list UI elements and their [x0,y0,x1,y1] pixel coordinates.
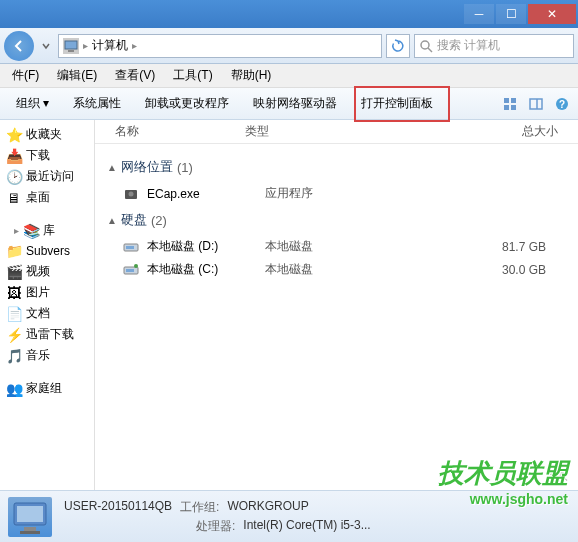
menu-edit[interactable]: 编辑(E) [49,65,105,86]
sidebar-favorites[interactable]: ⭐ 收藏夹 [2,124,92,145]
open-control-panel-button[interactable]: 打开控制面板 [349,91,445,116]
group-label: 网络位置 [121,158,173,176]
uninstall-programs-button[interactable]: 卸载或更改程序 [133,91,241,116]
view-icon [502,96,518,112]
refresh-icon [391,39,405,53]
sidebar-pictures[interactable]: 🖼 图片 [2,282,92,303]
group-hard-disks[interactable]: ▲ 硬盘 (2) [95,205,578,235]
content-area: 名称 类型 总大小 ▲ 网络位置 (1) ECap.exe 应用程序 ▲ 硬盘 … [95,120,578,490]
back-button[interactable] [4,31,34,61]
refresh-button[interactable] [386,34,410,58]
column-size[interactable]: 总大小 [425,123,578,140]
sidebar-libraries[interactable]: ▸ 📚 库 [2,220,92,241]
help-button[interactable]: ? [550,92,574,116]
music-icon: 🎵 [6,348,22,364]
sidebar-videos[interactable]: 🎬 视频 [2,261,92,282]
column-name[interactable]: 名称 [95,123,245,140]
document-icon: 📄 [6,306,22,322]
sidebar-music[interactable]: 🎵 音乐 [2,345,92,366]
cpu-label: 处理器: [196,518,235,535]
svg-rect-21 [24,527,36,531]
sidebar-homegroup[interactable]: 👥 家庭组 [2,378,92,399]
sidebar-label: 音乐 [26,347,50,364]
maximize-button[interactable]: ☐ [496,4,526,24]
pane-icon [528,96,544,112]
exe-icon [123,186,141,202]
svg-rect-8 [530,99,542,109]
group-label: 硬盘 [121,211,147,229]
svg-rect-22 [20,531,40,534]
menu-help[interactable]: 帮助(H) [223,65,280,86]
menu-file[interactable]: 件(F) [4,65,47,86]
sidebar-label: 家庭组 [26,380,62,397]
item-disk-c[interactable]: 本地磁盘 (C:) 本地磁盘 30.0 GB [95,258,578,281]
menu-view[interactable]: 查看(V) [107,65,163,86]
workgroup-label: 工作组: [180,499,219,516]
sidebar-xunlei[interactable]: ⚡ 迅雷下载 [2,324,92,345]
sidebar-label: 文档 [26,305,50,322]
download-icon: 📥 [6,148,22,164]
sidebar-downloads[interactable]: 📥 下载 [2,145,92,166]
toolbar: 组织 ▾ 系统属性 卸载或更改程序 映射网络驱动器 打开控制面板 ? [0,88,578,120]
preview-pane-button[interactable] [524,92,548,116]
close-button[interactable]: ✕ [528,4,576,24]
svg-rect-4 [504,98,509,103]
svg-rect-5 [511,98,516,103]
help-icon: ? [554,96,570,112]
sidebar-recent[interactable]: 🕑 最近访问 [2,166,92,187]
computer-name: USER-20150114QB [64,499,172,516]
main-area: ⭐ 收藏夹 📥 下载 🕑 最近访问 🖥 桌面 ▸ 📚 库 [0,120,578,490]
view-options-button[interactable] [498,92,522,116]
toolbar-right: ? [498,92,574,116]
history-dropdown[interactable] [38,42,54,50]
item-disk-d[interactable]: 本地磁盘 (D:) 本地磁盘 81.7 GB [95,235,578,258]
homegroup-icon: 👥 [6,381,22,397]
svg-rect-7 [511,105,516,110]
item-name: 本地磁盘 (C:) [147,261,265,278]
column-type[interactable]: 类型 [245,123,425,140]
svg-line-3 [428,48,432,52]
system-properties-button[interactable]: 系统属性 [61,91,133,116]
sidebar-subversion[interactable]: 📁 Subvers [2,241,92,261]
minimize-button[interactable]: ─ [464,4,494,24]
search-input[interactable]: 搜索 计算机 [414,34,574,58]
desktop-icon: 🖥 [6,190,22,206]
item-name: 本地磁盘 (D:) [147,238,265,255]
collapse-icon: ▲ [107,215,117,226]
menu-tools[interactable]: 工具(T) [165,65,220,86]
svg-rect-6 [504,105,509,110]
item-size: 30.0 GB [445,263,566,277]
sidebar-desktop[interactable]: 🖥 桌面 [2,187,92,208]
status-text: USER-20150114QB 工作组: WORKGROUP 处理器: Inte… [64,499,371,535]
sidebar-label: 最近访问 [26,168,74,185]
item-type: 应用程序 [265,185,445,202]
svg-point-2 [421,41,429,49]
svg-point-18 [134,264,138,268]
cpu-value: Intel(R) Core(TM) i5-3... [243,518,370,535]
column-headers: 名称 类型 总大小 [95,120,578,144]
breadcrumb-separator: ▸ [83,40,88,51]
recent-icon: 🕑 [6,169,22,185]
item-name: ECap.exe [147,187,265,201]
breadcrumb-separator: ▸ [132,40,137,51]
titlebar: ─ ☐ ✕ [0,0,578,28]
sidebar-documents[interactable]: 📄 文档 [2,303,92,324]
group-network-location[interactable]: ▲ 网络位置 (1) [95,152,578,182]
item-type: 本地磁盘 [265,238,445,255]
sidebar-label: Subvers [26,244,70,258]
watermark-suffix: 之家 [546,469,568,484]
folder-icon: 📁 [6,243,22,259]
item-ecap[interactable]: ECap.exe 应用程序 [95,182,578,205]
sidebar-label: 库 [43,222,55,239]
svg-rect-17 [126,269,134,272]
sidebar: ⭐ 收藏夹 📥 下载 🕑 最近访问 🖥 桌面 ▸ 📚 库 [0,120,95,490]
svg-rect-20 [17,506,43,522]
collapse-icon: ▲ [107,162,117,173]
sidebar-label: 收藏夹 [26,126,62,143]
breadcrumb-location[interactable]: 计算机 [92,37,128,54]
organize-button[interactable]: 组织 ▾ [4,91,61,116]
map-network-drive-button[interactable]: 映射网络驱动器 [241,91,349,116]
address-bar[interactable]: ▸ 计算机 ▸ [58,34,382,58]
expand-icon[interactable]: ▸ [14,225,19,236]
picture-icon: 🖼 [6,285,22,301]
